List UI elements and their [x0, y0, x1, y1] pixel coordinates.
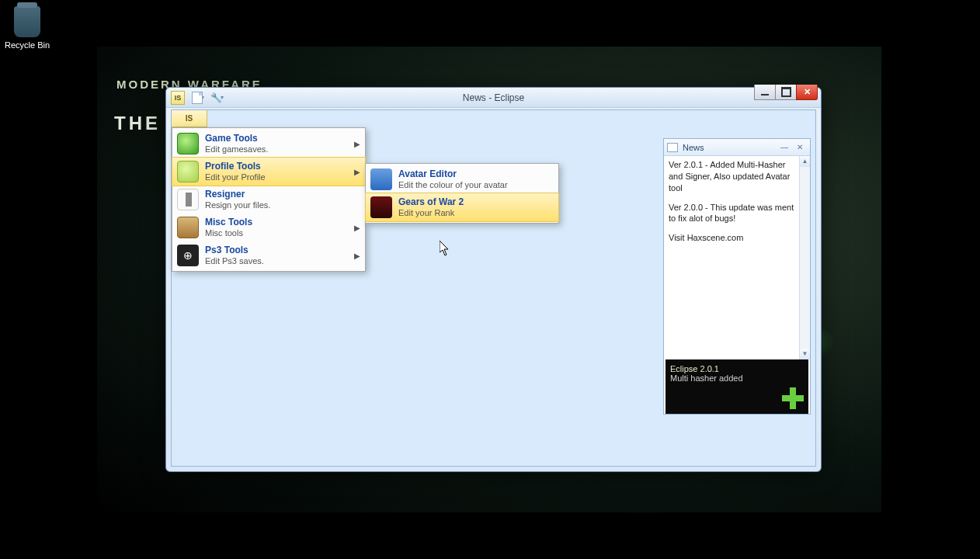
menu-item-title: Game Tools	[205, 133, 354, 144]
menu-item-title: Profile Tools	[205, 161, 354, 172]
submenu-arrow-icon: ▶	[354, 252, 360, 260]
plus-icon	[782, 387, 804, 409]
news-panel-title: News	[683, 143, 704, 152]
submenu-arrow-icon: ▶	[354, 224, 360, 232]
avatar-icon	[370, 168, 392, 190]
window-title: News - Eclipse	[463, 92, 524, 103]
news-paragraph: Ver 2.0.1 - Added Multi-Hasher and Signe…	[669, 159, 798, 194]
menu-item-desc: Edit gamesaves.	[205, 144, 354, 155]
xbox-icon	[177, 133, 199, 155]
recycle-bin-icon	[14, 6, 40, 37]
wallpaper-text-2: THE	[114, 113, 161, 134]
recycle-bin-label: Recycle Bin	[4, 40, 50, 50]
app-icon[interactable]: IS	[171, 91, 185, 105]
document-icon	[192, 92, 203, 104]
submenu-item-avatar-editor[interactable]: Avatar Editor Edit the colour of your av…	[366, 165, 558, 193]
menu-item-title: Resigner	[205, 189, 360, 200]
playstation-icon: ⊕	[177, 245, 199, 266]
menu-item-desc: Misc tools	[205, 228, 354, 238]
client-area: IS Game Tools Edit gamesaves. ▶ Profile …	[171, 109, 816, 467]
gears-of-war-icon	[370, 196, 392, 218]
menu-item-desc: Edit the colour of your avatar	[398, 180, 554, 190]
panel-close-button[interactable]: ✕	[793, 142, 807, 153]
scroll-up-button[interactable]: ▲	[800, 156, 810, 167]
minimize-button[interactable]	[754, 85, 776, 100]
chevron-down-icon: ▾	[221, 94, 224, 101]
menu-item-profile-tools[interactable]: Profile Tools Edit your Profile ▶	[172, 158, 365, 186]
news-scrollbar[interactable]: ▲ ▼	[799, 156, 810, 359]
submenu-item-gears-of-war-2[interactable]: Gears of War 2 Edit your Rank	[366, 193, 558, 221]
menu-item-resigner[interactable]: Resigner Resign your files.	[172, 186, 365, 214]
menu-item-title: Misc Tools	[205, 217, 354, 227]
submenu-arrow-icon: ▶	[354, 168, 360, 176]
news-panel: News — ✕ Ver 2.0.1 - Added Multi-Hasher …	[663, 138, 811, 415]
news-icon	[667, 143, 678, 152]
file-icon	[177, 189, 199, 210]
main-menu-tab[interactable]: IS	[172, 110, 207, 127]
news-body: Ver 2.0.1 - Added Multi-Hasher and Signe…	[664, 156, 810, 359]
toolbar-settings-button[interactable]: 🔧▾	[208, 90, 225, 106]
news-paragraph: Ver 2.0.0 - This update was ment to fix …	[669, 202, 798, 225]
profile-icon	[177, 161, 199, 182]
news-footer: Eclipse 2.0.1 Multi hasher added	[665, 359, 808, 414]
maximize-button[interactable]	[775, 85, 797, 100]
main-menu-dropdown: Game Tools Edit gamesaves. ▶ Profile Too…	[172, 127, 366, 272]
profile-tools-submenu: Avatar Editor Edit the colour of your av…	[365, 163, 559, 224]
menu-item-title: Avatar Editor	[398, 168, 554, 179]
menu-item-desc: Edit Ps3 saves.	[205, 256, 354, 266]
news-footer-title: Eclipse 2.0.1	[670, 364, 804, 373]
menu-item-game-tools[interactable]: Game Tools Edit gamesaves. ▶	[172, 130, 365, 158]
app-window: IS ▾ 🔧▾ News - Eclipse IS Game Tools Edi…	[165, 87, 822, 472]
cursor-icon	[440, 241, 450, 256]
menu-item-ps3-tools[interactable]: ⊕ Ps3 Tools Edit Ps3 saves. ▶	[172, 241, 365, 269]
menu-item-title: Ps3 Tools	[205, 245, 354, 255]
window-controls	[755, 85, 818, 100]
news-paragraph: Visit Haxscene.com	[669, 232, 798, 244]
scroll-down-button[interactable]: ▼	[800, 349, 810, 359]
close-button[interactable]	[796, 85, 818, 100]
titlebar[interactable]: IS ▾ 🔧▾ News - Eclipse	[166, 88, 821, 108]
toolbar-new-button[interactable]: ▾	[189, 90, 207, 106]
menu-item-desc: Resign your files.	[205, 200, 360, 210]
menu-item-misc-tools[interactable]: Misc Tools Misc tools ▶	[172, 214, 365, 241]
news-footer-desc: Multi hasher added	[670, 373, 804, 383]
submenu-arrow-icon: ▶	[354, 140, 360, 148]
panel-minimize-button[interactable]: —	[777, 142, 791, 153]
news-panel-header[interactable]: News — ✕	[664, 139, 810, 156]
menu-item-desc: Edit your Rank	[398, 208, 554, 218]
box-icon	[177, 217, 199, 238]
recycle-bin[interactable]: Recycle Bin	[4, 6, 50, 50]
menu-item-title: Gears of War 2	[398, 196, 554, 207]
menu-item-desc: Edit your Profile	[205, 172, 354, 182]
